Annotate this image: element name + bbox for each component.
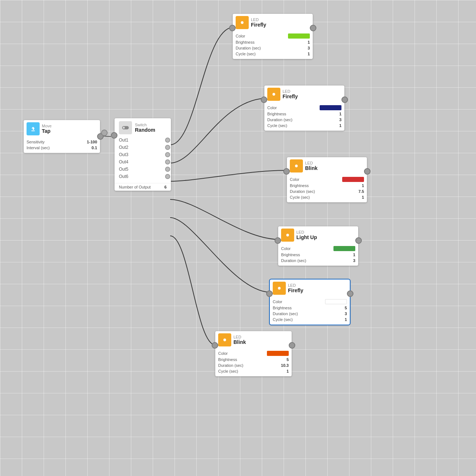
- led-blink-1-node[interactable]: LED Blink Color Brightness 1 Duration (s…: [287, 157, 367, 202]
- lu-duration-label: Duration (sec): [281, 258, 306, 263]
- f3-color-swatch[interactable]: [325, 299, 347, 304]
- svg-point-4: [278, 287, 280, 289]
- led-blink-1-input[interactable]: [283, 168, 290, 175]
- lu-color-swatch[interactable]: [333, 246, 355, 251]
- f1-color-swatch[interactable]: [288, 33, 310, 39]
- led-firefly-3-type: LED: [288, 283, 303, 287]
- f3-duration-label: Duration (sec): [273, 312, 298, 316]
- output-row-1: Out1: [119, 136, 167, 144]
- switch-footer: Number of Output 6: [115, 183, 171, 191]
- connections-layer: [0, 0, 476, 476]
- led-firefly-2-icon: [267, 88, 280, 101]
- f2-cycle-label: Cycle (sec): [267, 123, 287, 128]
- led-firefly-1-name: Firefly: [251, 22, 266, 28]
- b1-color-swatch[interactable]: [342, 177, 364, 182]
- f2-duration-value: 3: [339, 118, 341, 122]
- f2-color-swatch[interactable]: [320, 105, 341, 110]
- led-blink-2-input[interactable]: [212, 342, 218, 349]
- switch-node-type: Switch: [135, 123, 155, 127]
- move-node-type: Move: [42, 124, 52, 128]
- interval-value: 0.1: [92, 146, 97, 150]
- out6-connector[interactable]: [165, 174, 170, 179]
- led-firefly-2-fields: Color Brightness 1 Duration (sec) 3 Cycl…: [264, 103, 344, 131]
- out1-connector[interactable]: [165, 138, 170, 143]
- switch-node-name: Random: [135, 127, 155, 133]
- f3-cycle-value: 1: [345, 317, 347, 322]
- f2-duration-label: Duration (sec): [267, 118, 292, 122]
- b2-cycle-value: 1: [287, 369, 289, 373]
- led-blink-2-output[interactable]: [289, 342, 295, 349]
- led-firefly-1-output[interactable]: [310, 25, 316, 31]
- lu-color-label: Color: [281, 246, 291, 251]
- lu-brightness-value: 1: [353, 253, 355, 257]
- lu-duration-value: 3: [353, 258, 355, 263]
- num-output-label: Number of Output: [119, 185, 151, 189]
- led-firefly-1-type: LED: [251, 17, 266, 22]
- b1-cycle-value: 1: [362, 195, 364, 199]
- b2-brightness-value: 5: [287, 357, 289, 362]
- f3-color-label: Color: [273, 300, 282, 304]
- sensitivity-value: 1-100: [87, 140, 97, 144]
- led-firefly-2-output[interactable]: [341, 96, 348, 103]
- output-row-5: Out5: [119, 166, 167, 173]
- led-blink-2-node[interactable]: LED Blink Color Brightness 5 Duration (s…: [215, 331, 292, 376]
- svg-point-3: [286, 234, 289, 236]
- b1-duration-value: 7.5: [359, 189, 364, 194]
- b2-color-swatch[interactable]: [267, 351, 289, 356]
- f1-brightness-label: Brightness: [236, 40, 255, 44]
- led-blink-1-name: Blink: [305, 165, 317, 171]
- out2-connector[interactable]: [165, 145, 170, 150]
- output-row-4: Out4: [119, 158, 167, 166]
- f3-brightness-value: 5: [345, 306, 347, 310]
- out2-label: Out2: [119, 145, 128, 150]
- f3-cycle-label: Cycle (sec): [273, 317, 293, 322]
- out6-label: Out6: [119, 174, 128, 179]
- move-tap-fields: Sensitivity 1-100 Interval (sec) 0.1: [24, 138, 100, 153]
- led-lightup-type: LED: [296, 230, 317, 234]
- b2-brightness-label: Brightness: [218, 357, 237, 362]
- led-firefly-1-input[interactable]: [229, 25, 236, 31]
- led-lightup-output[interactable]: [355, 237, 362, 244]
- led-lightup-icon: [281, 229, 294, 242]
- f1-color-label: Color: [236, 34, 245, 38]
- led-lightup-input[interactable]: [275, 237, 281, 244]
- out5-connector[interactable]: [165, 167, 170, 172]
- led-firefly-1-icon: [236, 16, 249, 29]
- led-firefly-2-input[interactable]: [261, 96, 267, 103]
- led-blink-2-name: Blink: [233, 339, 246, 345]
- canvas: Move Tap Sensitivity 1-100 Interval (sec…: [0, 0, 476, 476]
- led-firefly-2-node[interactable]: LED Firefly Color Brightness 1 Duration …: [264, 86, 344, 131]
- b2-duration-label: Duration (sec): [218, 363, 243, 368]
- move-tap-node[interactable]: Move Tap Sensitivity 1-100 Interval (sec…: [24, 120, 100, 153]
- out3-connector[interactable]: [165, 152, 170, 157]
- switch-random-node[interactable]: Switch Random Out1 Out2 Out3 Out4: [115, 118, 171, 191]
- led-firefly-3-input[interactable]: [266, 290, 273, 297]
- output-row-2: Out2: [119, 144, 167, 151]
- output-row-3: Out3: [119, 151, 167, 158]
- switch-icon: [119, 121, 132, 134]
- output-row-6: Out6: [119, 173, 167, 180]
- led-firefly-3-node[interactable]: LED Firefly Color Brightness 5 Duration …: [270, 279, 350, 325]
- led-blink-1-fields: Color Brightness 1 Duration (sec) 7.5 Cy…: [287, 175, 367, 202]
- f3-brightness-label: Brightness: [273, 306, 292, 310]
- f2-brightness-value: 1: [339, 112, 341, 116]
- b1-brightness-label: Brightness: [290, 183, 309, 188]
- num-output-value: 6: [164, 185, 167, 189]
- b1-duration-label: Duration (sec): [290, 189, 315, 194]
- led-firefly-1-node[interactable]: LED Firefly Color Brightness 1 Duration …: [233, 14, 313, 59]
- led-lightup-node[interactable]: LED Light Up Color Brightness 1 Duration…: [278, 226, 358, 266]
- led-blink-2-fields: Color Brightness 5 Duration (sec) 10.3 C…: [215, 349, 292, 376]
- move-icon: [27, 122, 40, 135]
- led-firefly-3-output[interactable]: [347, 290, 353, 297]
- switch-outputs: Out1 Out2 Out3 Out4 Out5 Out6: [115, 136, 171, 183]
- f3-duration-value: 3: [345, 312, 347, 316]
- svg-point-0: [241, 21, 243, 24]
- f1-duration-label: Duration (sec): [236, 46, 261, 50]
- move-node-name: Tap: [42, 128, 52, 134]
- switch-input-connector[interactable]: [111, 132, 117, 139]
- b2-color-label: Color: [218, 351, 228, 356]
- led-blink-2-type: LED: [233, 335, 246, 339]
- sensitivity-label: Sensitivity: [27, 140, 45, 144]
- led-blink-1-output[interactable]: [364, 168, 371, 175]
- out4-connector[interactable]: [165, 159, 170, 164]
